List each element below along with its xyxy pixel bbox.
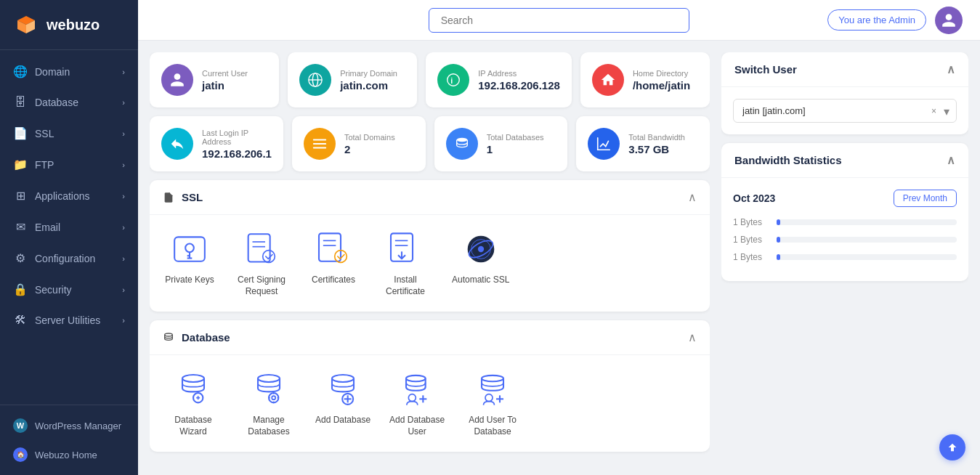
ssl-item-cert-signing[interactable]: Cert Signing Request: [232, 230, 291, 297]
sidebar-logo: webuzo: [0, 0, 138, 50]
scroll-to-top-button[interactable]: [939, 434, 965, 460]
ssl-item-private-keys[interactable]: Private Keys: [164, 230, 215, 297]
server-utilities-icon: 🛠: [13, 314, 28, 327]
home-dir-value: /home/jatin: [633, 79, 690, 92]
ip-address-value: 192.168.206.128: [478, 79, 560, 92]
certificates-icon: [314, 230, 353, 269]
bandwidth-bar-1: 1 Bytes: [733, 235, 957, 245]
applications-icon: ⊞: [13, 189, 28, 203]
db-manage-icon: [249, 370, 288, 409]
home-dir-icon: [592, 64, 624, 96]
ftp-icon: 📁: [13, 158, 28, 171]
ip-address-icon: i: [437, 64, 469, 96]
primary-domain-value: jatin.com: [340, 79, 397, 92]
sidebar-label-configuration: Configuration: [35, 253, 95, 264]
wordpress-manager-item[interactable]: W WordPress Manager: [0, 411, 138, 440]
sidebar-item-configuration[interactable]: ⚙ Configuration ›: [0, 243, 138, 274]
chevron-ssl: ›: [122, 129, 125, 138]
db-item-add-db[interactable]: Add Database: [315, 370, 370, 437]
sidebar-label-domain: Domain: [35, 66, 70, 78]
sidebar-item-applications[interactable]: ⊞ Applications ›: [0, 180, 138, 211]
svg-point-34: [269, 393, 278, 402]
wordpress-icon: W: [13, 418, 28, 433]
svg-point-49: [485, 394, 493, 402]
db-item-wizard[interactable]: Database Wizard: [164, 370, 222, 437]
total-bw-value: 3.57 GB: [628, 143, 685, 155]
chevron-applications: ›: [122, 192, 125, 200]
database-icon: 🗄: [13, 96, 28, 109]
bandwidth-title: Bandwidth Statistics: [734, 154, 842, 166]
svg-point-44: [406, 375, 426, 381]
admin-badge: You are the Admin: [827, 9, 926, 31]
ssl-section: SSL ∧: [150, 180, 710, 312]
stats-row-1: Current User jatin Primary Domain jatin.…: [150, 52, 710, 107]
total-dbs-value: 1: [487, 143, 544, 155]
ssl-item-certificates[interactable]: Certificates: [308, 230, 359, 297]
bandwidth-month-row: Oct 2023 Prev Month: [733, 190, 957, 207]
sidebar-item-server-utilities[interactable]: 🛠 Server Utilities ›: [0, 305, 138, 336]
db-item-add-user[interactable]: Add Database User: [388, 370, 446, 437]
svg-text:i: i: [451, 76, 453, 85]
db-add-user-to-db-icon: [473, 370, 512, 409]
ssl-item-install-cert[interactable]: Install Certificate: [376, 230, 434, 297]
sidebar-item-ftp[interactable]: 📁 FTP ›: [0, 149, 138, 180]
stat-card-home-dir: Home Directory /home/jatin: [580, 52, 710, 107]
sidebar-item-security[interactable]: 🔒 Security ›: [0, 274, 138, 305]
email-icon: ✉: [13, 220, 28, 234]
current-user-value: jatin: [202, 79, 248, 92]
total-domains-label: Total Domains: [344, 133, 395, 142]
last-login-label: Last Login IP Address: [202, 129, 272, 146]
stat-card-last-login: Last Login IP Address 192.168.206.1: [150, 116, 283, 171]
total-domains-value: 2: [344, 143, 395, 155]
db-item-add-user-to-db[interactable]: Add User To Database: [463, 370, 522, 437]
ssl-section-body: Private Keys C: [150, 215, 710, 312]
auto-ssl-icon: [461, 230, 501, 269]
webuzo-home-item[interactable]: 🏠 Webuzo Home: [0, 440, 138, 469]
switch-user-select[interactable]: jatin [jatin.com]: [733, 99, 957, 123]
svg-point-48: [482, 375, 503, 381]
svg-point-40: [332, 375, 354, 382]
ssl-toggle[interactable]: ∧: [688, 190, 697, 204]
center-panel: Current User jatin Primary Domain jatin.…: [150, 52, 710, 463]
db-item-manage[interactable]: Manage Databases: [240, 370, 298, 437]
chevron-domain: ›: [122, 68, 125, 76]
svg-point-15: [263, 251, 275, 263]
primary-domain-icon: [299, 64, 331, 96]
ssl-item-auto-ssl[interactable]: Automatic SSL: [452, 230, 509, 297]
database-title: Database: [182, 331, 230, 344]
last-login-value: 192.168.206.1: [202, 147, 272, 160]
db-add-user-label: Add Database User: [388, 415, 446, 437]
main-content: You are the Admin Current User jatin: [138, 0, 980, 475]
webuzo-home-icon: 🏠: [13, 447, 28, 462]
user-avatar[interactable]: [935, 7, 963, 34]
sidebar-item-database[interactable]: 🗄 Database ›: [0, 87, 138, 118]
bandwidth-toggle[interactable]: ∧: [947, 153, 955, 167]
svg-rect-16: [319, 233, 341, 261]
stat-card-current-user: Current User jatin: [150, 52, 279, 107]
security-icon: 🔒: [13, 283, 28, 296]
ip-address-label: IP Address: [478, 69, 560, 78]
database-toggle[interactable]: ∧: [688, 330, 697, 344]
sidebar-item-domain[interactable]: 🌐 Domain ›: [0, 56, 138, 87]
svg-point-8: [185, 244, 194, 253]
prev-month-button[interactable]: Prev Month: [894, 190, 957, 207]
bandwidth-card: Bandwidth Statistics ∧ Oct 2023 Prev Mon…: [721, 143, 968, 281]
db-add-user-to-db-label: Add User To Database: [463, 415, 522, 437]
stat-card-total-dbs: Total Databases 1: [434, 116, 568, 171]
sidebar-item-email[interactable]: ✉ Email ›: [0, 211, 138, 243]
db-add-user-icon: [397, 370, 437, 409]
right-panel: Switch User ∧ jatin [jatin.com] × Bandwi…: [721, 52, 968, 463]
total-bw-label: Total Bandwidth: [628, 133, 685, 142]
auto-ssl-label: Automatic SSL: [452, 275, 509, 286]
last-login-icon: [161, 128, 193, 160]
sidebar-item-ssl[interactable]: 📄 SSL ›: [0, 118, 138, 149]
switch-user-toggle[interactable]: ∧: [947, 62, 955, 76]
sidebar: webuzo 🌐 Domain › 🗄 Database › 📄 SSL ›: [0, 0, 138, 475]
db-add-icon: [323, 370, 363, 409]
sidebar-label-database: Database: [35, 97, 78, 108]
switch-user-header: Switch User ∧: [721, 52, 968, 87]
clear-user-icon[interactable]: ×: [931, 106, 936, 116]
search-input[interactable]: [429, 8, 690, 33]
switch-user-card: Switch User ∧ jatin [jatin.com] ×: [721, 52, 968, 134]
ssl-icon: 📄: [13, 126, 28, 140]
